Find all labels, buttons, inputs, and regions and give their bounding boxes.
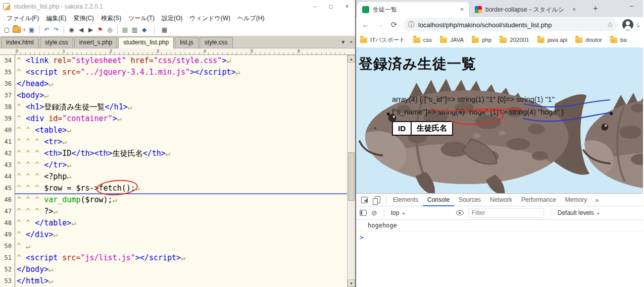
new-file-icon[interactable]: ▢ xyxy=(2,25,12,34)
code-line[interactable]: 48 ^ ^ </table>↵ xyxy=(0,217,347,229)
tagjump-icon[interactable]: ◆ xyxy=(139,25,149,34)
find-prev-icon[interactable]: ◀ xyxy=(76,25,86,34)
undo-icon[interactable]: ↶ xyxy=(42,25,52,34)
browser-tab[interactable]: 生徒一覧 xyxy=(357,2,469,17)
line-text[interactable]: <body>↵ xyxy=(15,90,347,101)
tab-close-icon[interactable]: × xyxy=(350,39,353,45)
bookmark-folder-item[interactable]: 202001 xyxy=(500,37,529,43)
devtools-tab[interactable]: Network xyxy=(485,194,517,206)
code-line[interactable]: 52 </body>↵ xyxy=(0,264,347,275)
devtools-tab[interactable]: Elements xyxy=(388,194,423,206)
code-line[interactable]: 53 </html>↵ xyxy=(0,275,347,287)
tab-list-dropdown-icon[interactable]: ▼ xyxy=(340,39,345,45)
tab-close-icon[interactable] xyxy=(570,6,578,14)
new-tab-button[interactable]: + xyxy=(589,2,602,15)
open-file-icon[interactable] xyxy=(13,27,21,33)
code-line[interactable]: 46 ^ ^ ^ var_dump($row);↵ xyxy=(0,194,347,206)
grid-icon[interactable]: ▦ xyxy=(160,25,169,34)
line-text[interactable]: ^ ^ ^ <?php↵ xyxy=(15,171,347,183)
editor-tab[interactable]: insert_s.php xyxy=(74,37,117,48)
editor-tab[interactable]: list.js xyxy=(175,37,199,48)
editor-minimize-button[interactable]: － xyxy=(307,1,323,13)
redo-icon[interactable]: ↷ xyxy=(52,25,61,34)
code-line[interactable]: 44 ^ ^ ^ <?php↵ xyxy=(0,171,347,183)
line-text[interactable]: </html>↵ xyxy=(15,275,347,287)
line-text[interactable]: ^ ^ ^ ?>↵ xyxy=(15,206,347,217)
save-icon[interactable]: ▣ xyxy=(27,25,36,34)
bookmark-folder-item[interactable]: doutor xyxy=(575,37,602,43)
line-text[interactable]: ^ <div id="container">↵ xyxy=(15,113,347,125)
bookmark-folder-item[interactable]: ba xyxy=(610,37,627,43)
console-prompt[interactable]: > xyxy=(356,232,643,243)
line-text[interactable]: ^ </div>↵ xyxy=(15,229,347,241)
editor-tab[interactable]: style.css xyxy=(40,37,73,48)
code-line[interactable]: 35 ^ <script src="../jquery-3.4.1.min.js… xyxy=(0,67,347,78)
bookmark-folder-item[interactable]: css xyxy=(413,37,432,43)
scroll-down-icon[interactable] xyxy=(348,279,355,287)
find-icon[interactable]: ◉ xyxy=(67,25,76,34)
devtools-tab[interactable]: Sources xyxy=(454,194,485,206)
line-text[interactable]: </head>↵ xyxy=(15,78,347,90)
code-line[interactable]: 50 ^ ↵ xyxy=(0,241,347,252)
log-levels-dropdown[interactable]: Default levels xyxy=(558,209,600,216)
code-line[interactable]: 49 ^ </div>↵ xyxy=(0,229,347,241)
tab-close-icon[interactable] xyxy=(458,6,466,14)
line-text[interactable]: ^ <script src="js/list.js"></script>↵ xyxy=(15,252,347,264)
code-line[interactable]: 39 ^ <div id="container">↵ xyxy=(0,113,347,125)
code-line[interactable]: 38 ^ <h1>登録済み生徒一覧</h1>↵ xyxy=(0,101,347,113)
line-text[interactable]: ^ ^ ^ $row = $rs->fetch();↵ xyxy=(15,183,347,194)
menu-item[interactable]: ウィンドウ(W) xyxy=(186,14,234,23)
menu-item[interactable]: ヘルプ(H) xyxy=(234,14,268,23)
menu-item[interactable]: 編集(E) xyxy=(42,14,70,23)
line-text[interactable]: ^ ^ ^ <th>ID</th><th>生徒氏名</th>↵ xyxy=(15,148,347,159)
scroll-thumb[interactable] xyxy=(348,152,355,201)
site-info-icon[interactable] xyxy=(408,20,415,29)
line-text[interactable]: ^ ^ </table>↵ xyxy=(15,217,347,229)
console-filter-input[interactable] xyxy=(468,208,544,218)
editor-vscrollbar[interactable] xyxy=(347,55,355,287)
more-panels-icon[interactable]: » xyxy=(591,196,602,204)
back-icon[interactable] xyxy=(359,18,372,31)
reload-icon[interactable] xyxy=(387,18,401,31)
inspect-element-icon[interactable] xyxy=(358,194,371,206)
code-line[interactable]: 42 ^ ^ ^ <th>ID</th><th>生徒氏名</th>↵ xyxy=(0,148,347,159)
bookmark-folder-item[interactable]: ITパスポート xyxy=(360,36,405,44)
menu-item[interactable]: ファイル(F) xyxy=(3,14,42,23)
line-text[interactable]: ^ ^ ^ </tr>↵ xyxy=(15,159,347,171)
bookmark-folder-item[interactable]: JAVA xyxy=(440,37,464,43)
code-line[interactable]: 43 ^ ^ ^ </tr>↵ xyxy=(0,159,347,171)
outline-icon[interactable]: ▤ xyxy=(120,25,130,34)
profile-avatar[interactable] xyxy=(622,19,633,30)
editor-tab[interactable]: style.css xyxy=(200,37,233,48)
open-dropdown-icon[interactable]: ▾ xyxy=(22,25,27,34)
devtools-tab[interactable]: Performance xyxy=(517,194,561,206)
bookmark-folder-item[interactable]: php xyxy=(472,37,491,43)
bookmark-icon[interactable]: ⚑ xyxy=(95,25,105,34)
find-next-icon[interactable]: ▶ xyxy=(86,25,95,34)
clear-console-icon[interactable] xyxy=(371,209,377,217)
code-line[interactable]: 51 ^ <script src="js/list.js"></script>↵ xyxy=(0,252,347,264)
js-context-selector[interactable]: top xyxy=(391,209,452,216)
scroll-up-icon[interactable] xyxy=(348,55,355,63)
forward-icon[interactable] xyxy=(373,18,386,31)
device-toolbar-icon[interactable] xyxy=(371,194,384,206)
code-line[interactable]: 47 ^ ^ ^ ?>↵ xyxy=(0,206,347,217)
url-text[interactable]: localhost/php/makino/school/students_lis… xyxy=(418,21,604,29)
line-text[interactable]: ^ ↵ xyxy=(15,241,347,252)
devtools-tab[interactable]: Memory xyxy=(561,194,591,206)
browser-minimize-button[interactable]: － xyxy=(626,2,636,11)
code-line[interactable]: 41 ^ ^ ^ <tr>↵ xyxy=(0,136,347,148)
editor-tab[interactable]: students_list.php xyxy=(118,37,174,48)
console-sidebar-icon[interactable] xyxy=(360,210,367,216)
line-text[interactable]: </body>↵ xyxy=(15,264,347,275)
editor-tab[interactable]: index.html xyxy=(1,37,39,48)
code-line[interactable]: 40 ^ ^ <table>↵ xyxy=(0,125,347,136)
live-expression-icon[interactable] xyxy=(456,210,464,215)
compare-icon[interactable]: ▥ xyxy=(130,25,139,34)
code-line[interactable]: 34 ^ <link rel="stylesheet" href="css/st… xyxy=(0,55,347,67)
devtools-tab[interactable]: Console xyxy=(423,194,454,206)
code-line[interactable]: 45 ^ ^ ^ $row = $rs->fetch();↵ xyxy=(0,183,347,194)
menu-item[interactable]: 変換(C) xyxy=(70,14,97,23)
address-bar[interactable]: localhost/php/makino/school/students_lis… xyxy=(404,18,618,31)
editor-maximize-button[interactable]: □ xyxy=(323,1,339,13)
